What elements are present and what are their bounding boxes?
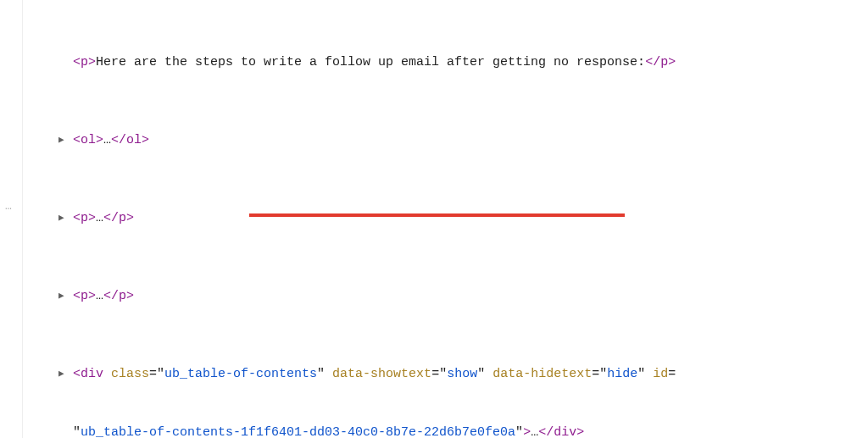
- attr-value: show: [447, 367, 477, 381]
- html-tag: >: [523, 425, 531, 438]
- dom-tree[interactable]: <p>Here are the steps to write a follow …: [73, 0, 861, 438]
- equals: =: [668, 367, 676, 381]
- html-tag: <p>: [73, 55, 96, 69]
- attr-value: ub_table-of-contents-1f1f6401-dd03-40c0-…: [81, 425, 515, 438]
- html-tag: </p>: [103, 289, 134, 303]
- attr-name: data-showtext: [332, 367, 431, 381]
- ellipsis[interactable]: …: [531, 425, 538, 438]
- text-content: Here are the steps to write a follow up …: [96, 55, 645, 69]
- expand-arrow-icon[interactable]: ▶: [58, 208, 70, 228]
- dom-node[interactable]: ▶<p>…</p>: [73, 208, 861, 228]
- ellipsis[interactable]: …: [96, 211, 103, 225]
- expand-arrow-icon[interactable]: ▶: [58, 130, 70, 150]
- attr-name: id: [653, 367, 668, 381]
- attr-value: ub_table-of-contents: [164, 367, 317, 381]
- ellipsis[interactable]: …: [103, 133, 111, 147]
- html-tag: </div>: [538, 425, 584, 438]
- expand-arrow-icon[interactable]: ▶: [58, 286, 70, 306]
- line-gutter: …: [0, 0, 23, 438]
- ellipsis[interactable]: …: [96, 289, 103, 303]
- html-tag: <ol>: [73, 133, 103, 147]
- html-tag: </p>: [645, 55, 676, 69]
- attr-value: hide: [607, 367, 637, 381]
- attr-name: data-hidetext: [492, 367, 592, 381]
- expand-arrow-icon[interactable]: ▶: [58, 364, 70, 384]
- red-underline-annotation: [249, 213, 625, 217]
- html-tag: <div: [73, 367, 111, 381]
- dom-node[interactable]: ▶<div class="ub_table-of-contents" data-…: [73, 364, 861, 384]
- breakpoint-dots-icon: …: [5, 197, 17, 216]
- html-tag: <p>: [73, 289, 96, 303]
- dom-node[interactable]: ▶<ol>…</ol>: [73, 130, 861, 150]
- html-tag: </ol>: [111, 133, 149, 147]
- html-tag: </p>: [103, 211, 134, 225]
- dom-node[interactable]: ▶<p>…</p>: [73, 286, 861, 306]
- attr-name: class: [111, 367, 149, 381]
- dom-node[interactable]: <p>Here are the steps to write a follow …: [73, 53, 861, 72]
- html-tag: <p>: [73, 211, 96, 225]
- dom-node-cont[interactable]: "ub_table-of-contents-1f1f6401-dd03-40c0…: [73, 423, 861, 438]
